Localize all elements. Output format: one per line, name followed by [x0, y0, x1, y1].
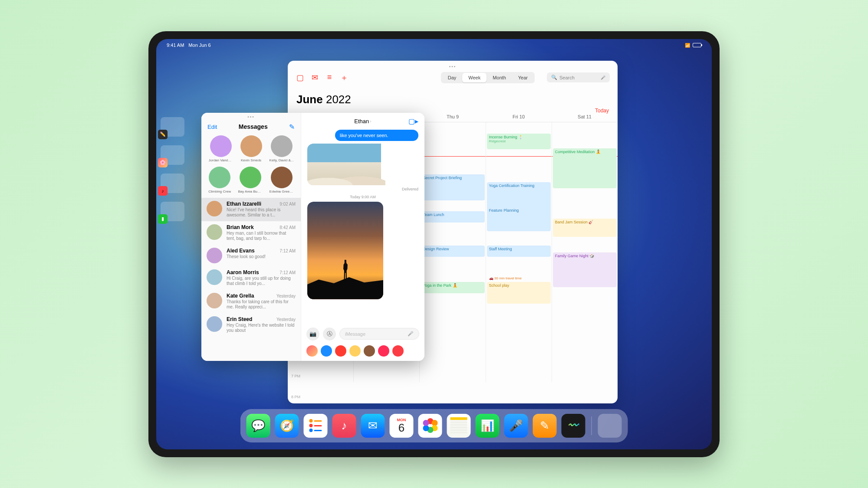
conversation-time: 7:12 AM: [279, 270, 296, 275]
dock-procreate-icon[interactable]: 〰: [562, 414, 585, 438]
avatar: [209, 167, 230, 188]
app-photos-icon[interactable]: [306, 345, 318, 357]
dock-numbers-icon[interactable]: 📊: [476, 414, 500, 438]
dictate-icon[interactable]: 🎤: [408, 331, 414, 337]
message-image-desert[interactable]: [307, 144, 418, 185]
conversation-item[interactable]: Erin SteedYesterdayHey Craig, Here's the…: [201, 313, 301, 337]
avatar: [207, 224, 222, 240]
message-input[interactable]: iMessage🎤: [339, 328, 419, 340]
dock-reminders-icon[interactable]: [304, 414, 328, 438]
chevron-right-icon: ›: [370, 119, 371, 124]
conversation-panel: Ethan › ▢▸ like you've never seen. Deliv…: [301, 113, 424, 361]
calendar-event[interactable]: School play: [487, 282, 551, 304]
conversation-body[interactable]: like you've never seen. Delivered Today …: [301, 130, 424, 324]
calendar-view-segment[interactable]: Day Week Month Year: [441, 72, 535, 83]
conversation-name: Brian Mork: [227, 224, 254, 230]
calendar-event[interactable]: Band Jam Session 🎸: [553, 219, 617, 237]
dock-messages-icon[interactable]: 💬: [247, 414, 270, 438]
window-handle-icon[interactable]: •••: [449, 64, 457, 69]
ipad-screen: 9:41 AM Mon Jun 6 ✏️ 🌸 ♪ ▮ ••• ▢ ✉ ≡ ＋: [156, 39, 712, 449]
conversation-name: Aaron Morris: [227, 269, 259, 275]
window-handle-icon[interactable]: •••: [201, 113, 301, 119]
avatar: [240, 167, 261, 188]
conversation-item[interactable]: Aled Evans7:12 AMThese look so good!: [201, 245, 301, 266]
calendar-event[interactable]: Design Review: [421, 246, 484, 257]
conversation-header[interactable]: Ethan › ▢▸: [301, 113, 424, 130]
dock-photos-icon[interactable]: [418, 414, 442, 438]
pinned-conversation[interactable]: Edwina Greena...: [270, 167, 294, 193]
pinned-conversation[interactable]: Bay Area Budd...: [238, 167, 263, 193]
dock-keynote-icon[interactable]: 🎤: [504, 414, 528, 438]
facetime-icon[interactable]: ▢▸: [408, 117, 418, 125]
conversation-item[interactable]: Aaron Morris7:12 AMHi Craig, are you sti…: [201, 266, 301, 290]
view-year[interactable]: Year: [512, 73, 534, 82]
conversation-time: Yesterday: [276, 294, 296, 298]
status-date: Mon Jun 6: [188, 43, 210, 48]
compose-icon[interactable]: ✎: [289, 123, 295, 131]
view-week[interactable]: Week: [462, 73, 487, 82]
calendar-add-icon[interactable]: ＋: [340, 73, 349, 82]
pinned-conversation[interactable]: Jordan Vandnais: [209, 135, 233, 162]
apps-icon[interactable]: Ⓐ: [323, 328, 336, 341]
conversation-name[interactable]: Ethan: [354, 118, 369, 124]
app-memoji-2-icon[interactable]: [364, 345, 375, 357]
avatar: [207, 269, 222, 285]
calendar-event[interactable]: Feature Planning: [487, 207, 551, 231]
imessage-app-strip[interactable]: [301, 344, 424, 361]
conversation-item[interactable]: Ethan Izzarelli9:02 AMNice! I've heard t…: [201, 198, 301, 221]
message-input-row: 📷 Ⓐ iMessage🎤: [301, 324, 424, 344]
calendar-list-icon[interactable]: ≡: [325, 73, 334, 82]
dock-mail-icon[interactable]: ✉: [361, 414, 385, 438]
pinned-conversation[interactable]: Kevin Smeds: [240, 135, 262, 162]
calendar-column[interactable]: Incense Burning 🕯️RidgecrestYoga Certifi…: [486, 122, 552, 382]
stage-item-music[interactable]: ♪: [161, 174, 184, 193]
stage-item-freeform[interactable]: ✏️: [161, 117, 184, 137]
calendar-column[interactable]: Secret Project BriefingTeam LunchDesign …: [420, 122, 486, 382]
app-music-icon[interactable]: [392, 345, 404, 357]
dock-music-icon[interactable]: ♪: [332, 414, 356, 438]
calendar-event[interactable]: Secret Project Briefing: [421, 174, 484, 200]
edit-button[interactable]: Edit: [207, 124, 217, 130]
dock-notes-icon[interactable]: [447, 414, 471, 438]
calendar-search-input[interactable]: 🔍 Search: [547, 72, 610, 82]
app-audio-icon[interactable]: [335, 345, 346, 357]
stage-item-numbers[interactable]: ▮: [161, 202, 184, 221]
pinned-name: Bay Area Budd...: [238, 190, 263, 193]
calendar-today-button[interactable]: Today: [595, 108, 609, 114]
calendar-event[interactable]: Family Game Night 🎲: [553, 252, 617, 287]
stage-manager-sidebar: ✏️ 🌸 ♪ ▮: [161, 117, 191, 221]
calendar-column[interactable]: Competitive Meditation 🧘Band Jam Session…: [552, 122, 618, 382]
view-month[interactable]: Month: [487, 73, 512, 82]
dock-pages-icon[interactable]: ✎: [533, 414, 557, 438]
calendar-event[interactable]: Team Lunch: [421, 211, 484, 223]
calendar-event[interactable]: Staff Meeting: [487, 246, 551, 257]
calendar-event[interactable]: Incense Burning 🕯️Ridgecrest: [487, 134, 551, 149]
view-day[interactable]: Day: [442, 73, 463, 82]
app-fitness-icon[interactable]: [378, 345, 389, 357]
conversation-item[interactable]: Kate GrellaYesterdayThanks for taking ca…: [201, 290, 301, 313]
calendar-event[interactable]: 🚗 30 min travel time: [487, 275, 551, 281]
message-bubble-sent[interactable]: like you've never seen.: [335, 130, 418, 141]
messages-window[interactable]: ••• Edit Messages ✎ Jordan VandnaisKevin…: [201, 113, 424, 361]
conversation-item[interactable]: Brian Mork8:42 AMHey man, can I still bo…: [201, 221, 301, 245]
dock-safari-icon[interactable]: 🧭: [275, 414, 299, 438]
dock-app-library-icon[interactable]: [598, 414, 622, 438]
pinned-name: Edwina Greena...: [270, 190, 294, 193]
wifi-icon: [685, 43, 690, 48]
calendar-event[interactable]: Yoga Certification Training: [487, 182, 551, 210]
message-image-sunset[interactable]: [307, 202, 418, 299]
stage-item-photos[interactable]: 🌸: [161, 145, 184, 165]
calendar-event[interactable]: Yoga in the Park 🧘: [421, 282, 484, 293]
camera-icon[interactable]: 📷: [306, 328, 319, 341]
calendar-today-icon[interactable]: ▢: [296, 73, 304, 82]
calendar-inbox-icon[interactable]: ✉: [310, 73, 319, 82]
calendar-event[interactable]: Competitive Meditation 🧘: [553, 148, 617, 188]
pinned-conversation[interactable]: Climbing Crew: [208, 167, 231, 193]
messages-title: Messages: [217, 123, 289, 130]
app-store-icon[interactable]: [321, 345, 332, 357]
dock-calendar-icon[interactable]: MON 6: [390, 414, 414, 438]
pinned-name: Kelly, David &...: [270, 158, 294, 162]
pinned-conversation[interactable]: Kelly, David &...: [270, 135, 294, 162]
pinned-name: Jordan Vandnais: [209, 158, 233, 162]
app-memoji-icon[interactable]: [349, 345, 361, 357]
